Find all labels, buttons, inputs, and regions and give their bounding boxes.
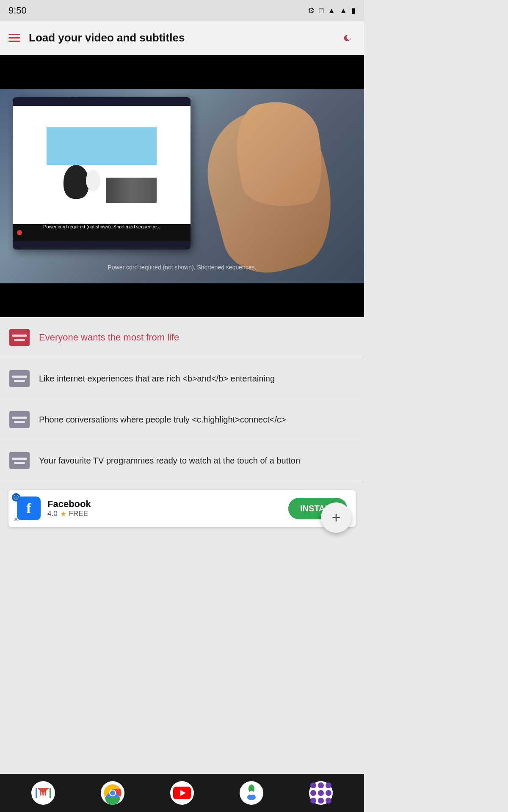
settings-icon: ⚙	[308, 6, 315, 15]
status-icons: ⚙ □ ▲ ▲ ▮	[308, 6, 356, 15]
sub-line-short	[14, 339, 25, 341]
ad-info-button[interactable]: ⓘ	[12, 493, 20, 502]
ad-banner: ⓘ ✕ f Facebook 4.0 ★ FREE INSTALL	[8, 490, 356, 527]
signal-icon: ▲	[340, 6, 347, 15]
youtube-icon	[170, 781, 194, 805]
apps-dot	[318, 782, 324, 788]
video-tablet-device: Power cord required (not shown). Shorten…	[13, 97, 190, 250]
ad-section: ⓘ ✕ f Facebook 4.0 ★ FREE INSTALL +	[0, 490, 364, 540]
subtitle-text-1: Everyone wants the most from life	[39, 331, 179, 344]
sim-icon: □	[319, 6, 323, 15]
theme-toggle-button[interactable]	[339, 30, 356, 47]
ad-close-button[interactable]: ✕	[12, 515, 20, 524]
apps-grid	[310, 782, 331, 804]
svg-text:M: M	[40, 788, 47, 797]
penguin-belly	[86, 170, 100, 191]
subtitle-text-2: Like internet experiences that are rich …	[39, 373, 275, 384]
video-frame[interactable]: Power cord required (not shown). Shorten…	[0, 89, 364, 283]
crowd-visual	[106, 178, 157, 203]
hamburger-menu-button[interactable]	[8, 34, 20, 42]
sub-line-short	[14, 421, 25, 423]
apps-dot	[326, 782, 331, 788]
apps-dot	[326, 790, 331, 796]
video-subtitle-overlay: Power cord required (not shown). Shorten…	[0, 264, 364, 271]
svg-point-14	[249, 791, 254, 795]
video-letterbox-top	[0, 55, 364, 89]
fab-add-button[interactable]: +	[321, 502, 351, 533]
photos-icon	[240, 781, 263, 805]
subtitle-icon-4	[8, 450, 30, 472]
subtitle-icon-1	[8, 326, 30, 348]
apps-dot	[318, 790, 324, 796]
apps-dot	[310, 790, 316, 796]
bottom-navigation: M	[0, 774, 364, 812]
subtitle-item-1[interactable]: Everyone wants the most from life	[0, 317, 364, 358]
subtitle-icon-3	[8, 409, 30, 431]
ad-app-meta: 4.0 ★ FREE	[47, 510, 282, 518]
nav-youtube-button[interactable]	[167, 778, 197, 808]
apps-dot	[310, 782, 316, 788]
ad-app-info: Facebook 4.0 ★ FREE	[47, 499, 282, 518]
subtitle-text-3: Phone conversations where people truly <…	[39, 414, 286, 425]
wifi-icon: ▲	[328, 6, 335, 15]
apps-icon	[309, 781, 333, 805]
app-bar: Load your video and subtitles	[0, 21, 364, 55]
nav-gmail-button[interactable]: M	[28, 778, 58, 808]
subtitle-icon-rect-2	[9, 370, 30, 387]
sub-line-short	[14, 380, 25, 382]
fab-plus-icon: +	[331, 509, 340, 527]
video-content	[47, 127, 157, 203]
status-bar: 9:50 ⚙ □ ▲ ▲ ▮	[0, 0, 364, 21]
sub-line	[12, 376, 27, 378]
status-time: 9:50	[8, 5, 27, 16]
svg-point-6	[110, 790, 115, 796]
subtitle-icon-rect-3	[9, 411, 30, 428]
facebook-app-icon: f	[17, 497, 41, 520]
apps-dot	[310, 798, 316, 804]
subtitle-item-4[interactable]: Your favourite TV programmes ready to wa…	[0, 440, 364, 481]
chrome-icon	[101, 781, 124, 805]
battery-icon: ▮	[351, 6, 356, 15]
subtitle-icon-2	[8, 368, 30, 390]
nav-photos-button[interactable]	[237, 778, 266, 808]
ad-app-name: Facebook	[47, 499, 282, 510]
penguin-visual	[64, 165, 89, 199]
sub-line	[12, 335, 27, 337]
video-letterbox-bottom	[0, 283, 364, 317]
gmail-icon: M	[31, 781, 55, 805]
video-container: Power cord required (not shown). Shorten…	[0, 55, 364, 317]
ad-price: FREE	[69, 510, 88, 518]
tablet-subtitle-text: Power cord required (not shown). Shorten…	[13, 224, 190, 229]
subtitle-list: Everyone wants the most from life Like i…	[0, 317, 364, 481]
subtitle-item-3[interactable]: Phone conversations where people truly <…	[0, 399, 364, 440]
ad-rating: 4.0	[47, 510, 58, 518]
ad-star-icon: ★	[60, 510, 66, 518]
sub-line	[12, 417, 27, 419]
subtitle-icon-rect-1	[9, 329, 30, 346]
apps-dot	[326, 798, 331, 804]
nav-chrome-button[interactable]	[98, 778, 127, 808]
sub-line	[12, 458, 27, 460]
sub-line-short	[14, 462, 25, 464]
svg-point-13	[247, 794, 256, 800]
subtitle-text-4: Your favourite TV programmes ready to wa…	[39, 455, 300, 466]
page-title: Load your video and subtitles	[29, 31, 330, 44]
subtitle-icon-rect-4	[9, 452, 30, 469]
facebook-f-letter: f	[26, 500, 31, 516]
record-indicator	[17, 230, 22, 235]
apps-dot	[318, 798, 324, 804]
subtitle-item-2[interactable]: Like internet experiences that are rich …	[0, 358, 364, 399]
tablet-screen	[13, 106, 190, 224]
nav-apps-button[interactable]	[306, 778, 336, 808]
